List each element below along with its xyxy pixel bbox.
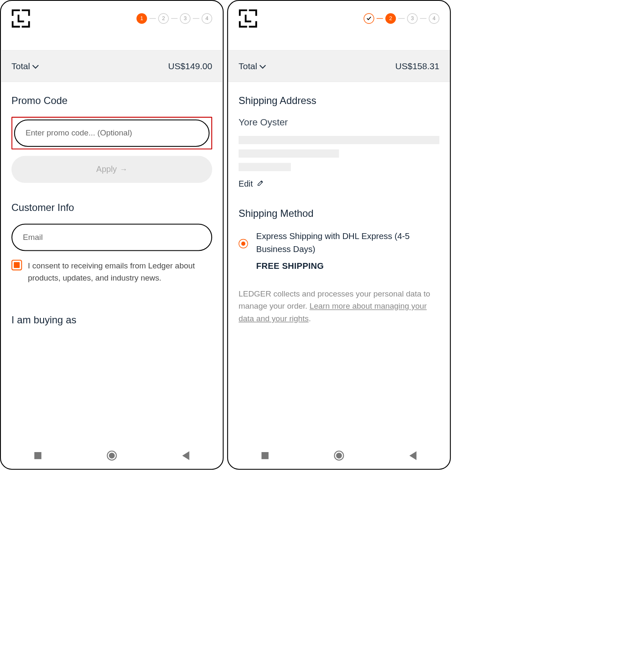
promo-code-heading: Promo Code [11, 95, 212, 106]
checkout-stepper: 2 3 4 [364, 13, 439, 24]
back-icon[interactable] [408, 450, 419, 461]
step-4[interactable]: 4 [202, 13, 212, 24]
header: 1 2 3 4 [1, 1, 223, 36]
step-2[interactable]: 2 [385, 13, 396, 24]
shipping-method-heading: Shipping Method [239, 208, 439, 219]
promo-input-highlight [11, 117, 212, 150]
home-icon[interactable] [106, 450, 117, 461]
step-1-done[interactable] [364, 13, 374, 24]
redacted-line [239, 136, 439, 144]
total-bar[interactable]: Total US$158.31 [228, 50, 450, 82]
address-name: Yore Oyster [239, 117, 439, 128]
check-icon [366, 16, 372, 21]
apply-button[interactable]: Apply → [11, 156, 212, 183]
android-nav-bar [228, 442, 450, 469]
shipping-option-label: Express Shipping with DHL Express (4-5 B… [256, 231, 410, 254]
total-amount: US$158.31 [395, 61, 439, 71]
phone-left: 1 2 3 4 Total US$149.00 Promo Code [0, 0, 223, 470]
total-amount: US$149.00 [168, 61, 212, 71]
ledger-logo-icon [239, 9, 257, 28]
arrow-right-icon: → [120, 165, 127, 174]
ledger-logo-icon [11, 9, 30, 28]
edit-label: Edit [239, 179, 253, 189]
phone-right: 2 3 4 Total US$158.31 Shipping Address Y… [227, 0, 451, 470]
chevron-down-icon [32, 61, 39, 71]
radio-selected[interactable] [239, 239, 248, 248]
step-2[interactable]: 2 [158, 13, 169, 24]
step-divider [193, 18, 199, 18]
free-shipping-label: FREE SHIPPING [256, 260, 439, 273]
customer-info-heading: Customer Info [11, 202, 212, 213]
step-divider [420, 18, 426, 18]
buying-as-heading: I am buying as [11, 314, 212, 325]
step-4[interactable]: 4 [429, 13, 439, 24]
checkout-stepper: 1 2 3 4 [137, 13, 213, 24]
step-divider [171, 18, 177, 18]
total-label: Total [11, 61, 39, 71]
home-icon[interactable] [333, 450, 345, 461]
promo-code-input[interactable] [14, 120, 210, 147]
pencil-icon [257, 179, 264, 189]
legal-text: LEDGER collects and processes your perso… [239, 288, 439, 325]
back-icon[interactable] [180, 450, 192, 461]
step-divider [398, 18, 405, 18]
step-3[interactable]: 3 [407, 13, 418, 24]
step-divider [149, 18, 156, 18]
redacted-line [239, 149, 339, 158]
recent-apps-icon[interactable] [260, 450, 271, 461]
email-input[interactable] [11, 224, 212, 251]
chevron-down-icon [260, 61, 266, 71]
consent-label: I consent to receiving emails from Ledge… [28, 260, 213, 284]
shipping-address-heading: Shipping Address [239, 95, 439, 106]
header: 2 3 4 [228, 1, 450, 36]
step-1[interactable]: 1 [137, 13, 147, 24]
step-3[interactable]: 3 [180, 13, 190, 24]
step-divider [377, 18, 383, 18]
recent-apps-icon[interactable] [32, 450, 44, 461]
edit-address-button[interactable]: Edit [239, 179, 439, 189]
consent-checkbox[interactable] [11, 260, 22, 270]
total-bar[interactable]: Total US$149.00 [1, 50, 223, 82]
total-label: Total [239, 61, 266, 71]
apply-label: Apply [96, 165, 117, 174]
redacted-line [239, 163, 291, 172]
android-nav-bar [1, 442, 223, 469]
shipping-option[interactable]: Express Shipping with DHL Express (4-5 B… [239, 229, 439, 273]
